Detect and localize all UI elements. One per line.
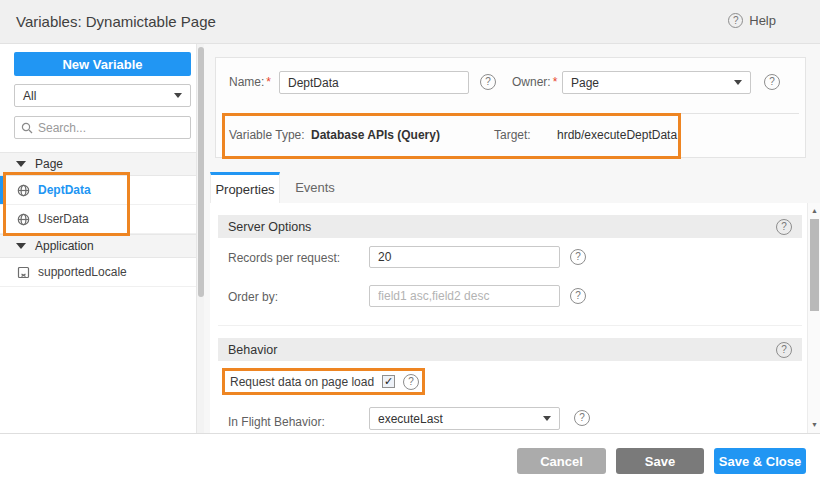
variables-dialog: Variables: Dynamictable Page ? Help New …	[0, 0, 820, 488]
tree-item-label: UserData	[38, 212, 89, 226]
orderby-help-icon[interactable]: ?	[570, 288, 586, 304]
divider	[218, 325, 802, 326]
editor-tabs: Properties Events	[210, 172, 350, 203]
caret-down-icon	[16, 243, 26, 249]
orderby-input[interactable]	[369, 285, 560, 307]
service-variable-icon	[17, 213, 30, 226]
server-options-help-icon[interactable]: ?	[776, 219, 792, 235]
tree-group-page[interactable]: Page	[0, 152, 196, 176]
name-help-icon[interactable]: ?	[480, 74, 496, 90]
variables-sidebar: New Variable All Page DeptData	[0, 44, 196, 433]
variable-type-label: Variable Type:	[229, 128, 305, 142]
server-options-header: Server Options ?	[218, 215, 802, 238]
variable-summary-card: Name:* ? Owner:* Page ? Variable Type: D…	[215, 57, 806, 158]
request-data-checkbox[interactable]: ✓	[382, 375, 395, 388]
variable-type-value: Database APIs (Query)	[311, 128, 440, 142]
help-label: Help	[749, 13, 776, 28]
inflight-value: executeLast	[378, 412, 443, 426]
behavior-title: Behavior	[228, 343, 277, 357]
inflight-label: In Flight Behavior:	[228, 415, 325, 429]
divider	[223, 113, 799, 114]
dialog-footer: Cancel Save Save & Close	[0, 433, 820, 488]
variables-tree: Page DeptData UserData Application	[0, 152, 196, 287]
tab-events[interactable]: Events	[280, 172, 350, 203]
page-title: Variables: Dynamictable Page	[16, 13, 216, 30]
inflight-help-icon[interactable]: ?	[574, 410, 590, 426]
behavior-help-icon[interactable]: ?	[776, 342, 792, 358]
help-question-icon: ?	[728, 13, 743, 28]
owner-value: Page	[571, 76, 599, 90]
save-close-button[interactable]: Save & Close	[714, 448, 806, 474]
cancel-button[interactable]: Cancel	[517, 448, 606, 474]
records-label: Records per request:	[228, 251, 340, 265]
target-value: hrdb/executeDeptData	[557, 128, 677, 142]
request-data-label: Request data on page load	[230, 375, 374, 389]
records-help-icon[interactable]: ?	[570, 249, 586, 265]
target-label: Target:	[494, 128, 531, 142]
records-input[interactable]	[369, 246, 560, 268]
chevron-down-icon	[543, 416, 551, 421]
service-variable-icon	[17, 184, 30, 197]
content-scrollbar[interactable]: ▲ ▼	[807, 203, 820, 433]
scroll-up-icon[interactable]: ▲	[808, 205, 820, 217]
owner-label: Owner:*	[512, 75, 557, 89]
tree-group-label: Application	[35, 239, 94, 253]
inflight-select[interactable]: executeLast	[369, 407, 560, 430]
name-input[interactable]	[279, 71, 469, 94]
scroll-down-icon[interactable]: ▼	[808, 419, 820, 431]
search-input[interactable]	[38, 121, 178, 135]
server-options-title: Server Options	[228, 220, 311, 234]
name-owner-row: Name:* ? Owner:* Page ?	[216, 71, 805, 94]
properties-panel: Server Options ? Records per request: ? …	[210, 203, 820, 433]
tree-item-deptdata[interactable]: DeptData	[0, 176, 196, 205]
tree-item-supportedlocale[interactable]: supportedLocale	[0, 258, 196, 287]
content-scrollbar-thumb[interactable]	[810, 219, 819, 311]
variable-filter-value: All	[23, 89, 36, 103]
required-asterisk: *	[553, 75, 558, 89]
chevron-down-icon	[174, 93, 182, 98]
sidebar-scrollbar[interactable]	[196, 44, 204, 433]
chevron-down-icon	[734, 80, 742, 85]
tree-item-userdata[interactable]: UserData	[0, 205, 196, 234]
search-icon	[21, 122, 33, 134]
help-button[interactable]: ? Help	[728, 13, 776, 28]
variable-filter-select[interactable]: All	[14, 84, 191, 107]
caret-down-icon	[16, 161, 26, 167]
new-variable-button[interactable]: New Variable	[14, 52, 191, 76]
owner-help-icon[interactable]: ?	[764, 74, 780, 90]
type-target-row: Variable Type: Database APIs (Query) Tar…	[216, 124, 805, 148]
tree-item-label: DeptData	[38, 183, 91, 197]
dialog-header: Variables: Dynamictable Page ? Help	[0, 0, 820, 44]
tree-group-label: Page	[35, 157, 63, 171]
variable-editor: Name:* ? Owner:* Page ? Variable Type: D…	[204, 44, 820, 433]
orderby-label: Order by:	[228, 290, 278, 304]
request-data-row: Request data on page load ✓ ?	[222, 368, 425, 395]
save-button[interactable]: Save	[616, 448, 704, 474]
variable-search-box[interactable]	[14, 116, 191, 139]
tree-item-label: supportedLocale	[38, 265, 127, 279]
behavior-header: Behavior ?	[218, 338, 802, 361]
model-variable-icon	[17, 266, 30, 279]
request-data-help-icon[interactable]: ?	[403, 374, 419, 390]
owner-select[interactable]: Page	[562, 71, 751, 94]
tree-group-application[interactable]: Application	[0, 234, 196, 258]
required-asterisk: *	[266, 75, 271, 89]
name-label: Name:*	[229, 75, 271, 89]
tab-properties[interactable]: Properties	[210, 172, 280, 203]
